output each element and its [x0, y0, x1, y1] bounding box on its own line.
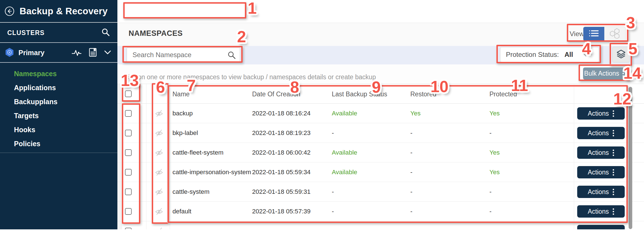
cell-protected: Yes [489, 169, 500, 176]
sidebar-item-backupplans[interactable]: Backupplans [0, 95, 117, 109]
protection-status-value: All [564, 51, 573, 59]
cluster-hexagon-icon [5, 48, 14, 58]
select-all-checkbox[interactable] [125, 90, 132, 97]
row-checkbox[interactable] [125, 169, 132, 176]
cell-restored: - [410, 149, 413, 156]
kebab-icon [622, 70, 624, 77]
vertical-scrollbar[interactable] [629, 87, 632, 229]
cluster-search-icon[interactable] [101, 28, 110, 38]
cell-last-backup-status: - [332, 129, 334, 137]
cell-protected: Yes [489, 149, 500, 156]
cell-restored: - [410, 169, 413, 176]
cell-last-backup-status: Available [332, 169, 357, 176]
table-row[interactable]: bkp-label 2022-01-18 08:19:23 - - - Acti… [117, 123, 644, 143]
kebab-icon [613, 208, 614, 215]
table-row[interactable]: backup 2022-01-18 08:16:24 Available Yes… [117, 104, 644, 123]
row-actions-button[interactable]: Actions [577, 205, 625, 218]
graph-view-button[interactable] [604, 27, 625, 41]
row-checkbox[interactable] [125, 110, 132, 117]
sidebar-item-namespaces[interactable]: Namespaces [0, 67, 117, 81]
eye-off-icon [155, 168, 163, 178]
honeycomb-view-icon [609, 28, 621, 40]
cell-date: 2022-01-18 05:59:34 [252, 169, 311, 176]
cell-date: 2022-01-18 08:19:23 [252, 129, 311, 137]
sidebar-item-targets[interactable]: Targets [0, 109, 117, 123]
back-icon[interactable] [4, 6, 15, 16]
eye-off-icon [155, 207, 163, 217]
row-actions-button[interactable]: Actions [577, 186, 625, 198]
header-date-of-creation[interactable]: Date Of Creation [252, 90, 300, 98]
table-header-row: Name Date Of Creation Last Backup Status… [117, 84, 644, 104]
cell-name: bkp-label [172, 129, 198, 137]
cluster-row-primary[interactable]: Primary [0, 43, 117, 63]
cell-last-backup-status: Available [332, 110, 357, 117]
clusters-section-header: CLUSTERS [0, 23, 117, 43]
heading-row [117, 23, 644, 46]
backup-recovery-app: Backup & Recovery CLUSTERS Primary [0, 0, 644, 233]
row-actions-button[interactable]: Actions [577, 166, 625, 178]
cell-date: 2022-01-18 08:16:24 [252, 110, 311, 117]
list-view-button[interactable] [583, 27, 604, 41]
search-namespace-box [127, 48, 240, 62]
clusters-label: CLUSTERS [7, 29, 45, 37]
sidebar-item-applications[interactable]: Applications [0, 81, 117, 95]
eye-off-icon [155, 148, 163, 158]
cell-name: default [172, 208, 191, 215]
cell-date: 2022-01-18 05:57:39 [252, 208, 311, 215]
table-row[interactable]: cattle-impersonation-system 2022-01-18 0… [117, 162, 644, 182]
cell-restored: Yes [410, 110, 421, 117]
cluster-actions [72, 48, 111, 58]
header-restored[interactable]: Restored [410, 90, 436, 98]
pulse-icon[interactable] [72, 48, 82, 58]
table-row[interactable]: default 2022-01-18 05:57:39 - - - Action… [117, 202, 644, 221]
bulk-actions-button[interactable]: Bulk Actions [583, 67, 625, 80]
cell-restored: - [410, 208, 413, 215]
bulk-actions-label: Bulk Actions [584, 70, 619, 77]
cluster-name: Primary [18, 49, 72, 57]
page-title: NAMESPACES [129, 29, 183, 38]
header-protected[interactable]: Protected [489, 90, 517, 98]
row-checkbox[interactable] [125, 188, 132, 195]
cell-name: backup [172, 110, 193, 117]
report-icon[interactable] [89, 48, 97, 58]
actions-label: Actions [588, 149, 609, 157]
sidebar-item-policies[interactable]: Policies [0, 137, 117, 151]
actions-label: Actions [588, 208, 609, 215]
row-actions-button[interactable]: Actions [577, 107, 625, 120]
actions-label: Actions [588, 129, 609, 137]
search-icon[interactable] [228, 51, 236, 60]
cell-name: cattle-system [172, 188, 210, 195]
search-namespace-input[interactable] [127, 48, 240, 62]
row-actions-button[interactable]: Actions [577, 146, 625, 159]
sidebar-item-hooks[interactable]: Hooks [0, 123, 117, 137]
row-checkbox[interactable] [125, 130, 132, 136]
eye-off-icon [155, 109, 163, 119]
app-title: Backup & Recovery [20, 6, 108, 17]
table-row[interactable]: cattle-system 2022-01-18 05:59:31 - - - … [117, 182, 644, 202]
header-last-backup-status[interactable]: Last Backup Status [332, 90, 387, 98]
row-checkbox[interactable] [125, 149, 132, 156]
layers-filter-button[interactable] [612, 47, 630, 62]
row-checkbox[interactable] [125, 208, 132, 215]
cell-protected: - [489, 129, 492, 137]
layers-icon [616, 50, 626, 60]
eye-off-icon [155, 129, 163, 138]
row-actions-button[interactable]: Actions [577, 127, 625, 139]
kebab-icon [613, 189, 614, 195]
cell-name: cattle-impersonation-system [172, 169, 251, 176]
kebab-icon [613, 130, 614, 136]
protection-status-dropdown[interactable]: Protection Status: All [500, 47, 599, 62]
table-row[interactable]: cattle-fleet-system 2022-01-18 06:00:42 … [117, 143, 644, 162]
cell-protected: - [489, 188, 492, 195]
header-name[interactable]: Name [172, 90, 190, 98]
kebab-icon [613, 150, 614, 156]
sidebar-header: Backup & Recovery [0, 0, 117, 23]
eye-off-icon [155, 188, 163, 197]
protection-status-label: Protection Status: [506, 51, 559, 59]
cell-date: 2022-01-18 06:00:42 [252, 149, 311, 156]
cell-name: cattle-fleet-system [172, 149, 224, 156]
views-toggle-group [583, 27, 626, 41]
actions-label: Actions [588, 169, 609, 176]
chevron-down-icon [583, 52, 589, 58]
cluster-chevron-down-icon[interactable] [104, 50, 111, 56]
